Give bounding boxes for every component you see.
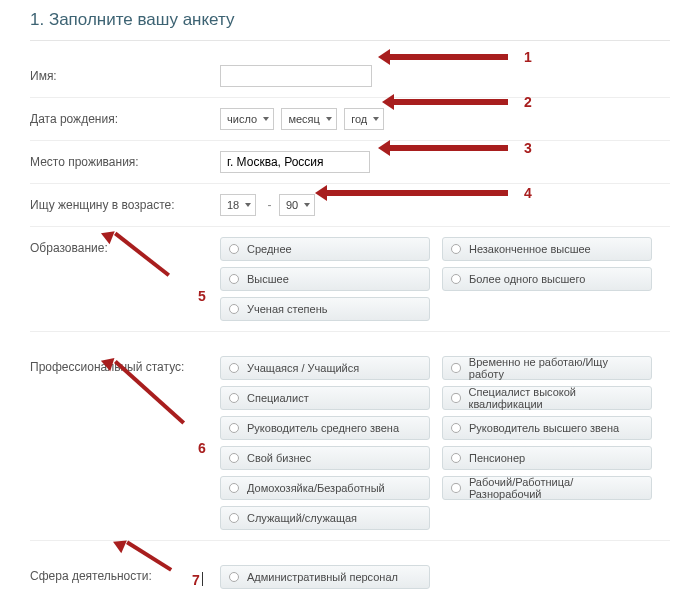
education-options: Среднее Незаконченное высшее Высшее Боле… xyxy=(220,237,670,321)
option-label: Свой бизнес xyxy=(247,452,311,464)
option-label: Специалист высокой квалификации xyxy=(469,386,643,410)
radio-option[interactable]: Административный персонал xyxy=(220,565,430,589)
prof-options: Учащаяся / Учащийся Временно не работаю/… xyxy=(220,356,670,530)
option-label: Руководитель среднего звена xyxy=(247,422,399,434)
row-prof: Профессиональный статус: Учащаяся / Учащ… xyxy=(30,346,670,541)
option-label: Высшее xyxy=(247,273,289,285)
birth-day-value: число xyxy=(227,113,257,125)
option-label: Незаконченное высшее xyxy=(469,243,591,255)
birth-year-value: год xyxy=(351,113,367,125)
radio-option[interactable]: Среднее xyxy=(220,237,430,261)
radio-icon xyxy=(229,572,239,582)
radio-option[interactable]: Рабочий/Работница/Разнорабочий xyxy=(442,476,652,500)
age-from-value: 18 xyxy=(227,199,239,211)
option-label: Административный персонал xyxy=(247,571,398,583)
radio-icon xyxy=(451,244,461,254)
radio-icon xyxy=(229,274,239,284)
chevron-down-icon xyxy=(326,117,332,121)
location-input[interactable] xyxy=(220,151,370,173)
row-name: Имя: xyxy=(30,55,670,98)
option-label: Специалист xyxy=(247,392,309,404)
range-dash: - xyxy=(268,198,272,212)
name-input[interactable] xyxy=(220,65,372,87)
radio-icon xyxy=(229,483,239,493)
radio-option[interactable]: Домохозяйка/Безработный xyxy=(220,476,430,500)
radio-icon xyxy=(229,244,239,254)
radio-option[interactable]: Специалист xyxy=(220,386,430,410)
radio-option[interactable]: Свой бизнес xyxy=(220,446,430,470)
row-location: Место проживания: xyxy=(30,141,670,184)
birth-month-value: месяц xyxy=(288,113,319,125)
option-label: Среднее xyxy=(247,243,292,255)
annotation-number: 7 xyxy=(192,572,200,588)
radio-icon xyxy=(451,393,461,403)
radio-icon xyxy=(451,453,461,463)
radio-option[interactable]: Временно не работаю/Ищу работу xyxy=(442,356,652,380)
radio-icon xyxy=(451,483,461,493)
chevron-down-icon xyxy=(245,203,251,207)
radio-option[interactable]: Служащий/служащая xyxy=(220,506,430,530)
label-location: Место проживания: xyxy=(30,151,220,169)
radio-icon xyxy=(229,513,239,523)
radio-option[interactable]: Незаконченное высшее xyxy=(442,237,652,261)
option-label: Руководитель высшего звена xyxy=(469,422,619,434)
option-label: Более одного высшего xyxy=(469,273,585,285)
row-sphere: Сфера деятельности: Административный пер… xyxy=(30,555,670,591)
radio-option[interactable]: Пенсионер xyxy=(442,446,652,470)
chevron-down-icon xyxy=(263,117,269,121)
chevron-down-icon xyxy=(304,203,310,207)
age-from-select[interactable]: 18 xyxy=(220,194,256,216)
radio-option[interactable]: Ученая степень xyxy=(220,297,430,321)
radio-option[interactable]: Специалист высокой квалификации xyxy=(442,386,652,410)
birth-year-select[interactable]: год xyxy=(344,108,384,130)
radio-icon xyxy=(229,393,239,403)
radio-icon xyxy=(229,423,239,433)
option-label: Домохозяйка/Безработный xyxy=(247,482,385,494)
label-birth: Дата рождения: xyxy=(30,108,220,126)
radio-icon xyxy=(229,453,239,463)
row-birth: Дата рождения: число месяц год xyxy=(30,98,670,141)
option-label: Рабочий/Работница/Разнорабочий xyxy=(469,476,643,500)
age-to-value: 90 xyxy=(286,199,298,211)
option-label: Пенсионер xyxy=(469,452,525,464)
radio-option[interactable]: Высшее xyxy=(220,267,430,291)
radio-icon xyxy=(229,304,239,314)
text-cursor xyxy=(202,572,203,586)
label-name: Имя: xyxy=(30,65,220,83)
label-seek: Ищу женщину в возрасте: xyxy=(30,194,220,212)
radio-icon xyxy=(451,274,461,284)
page-title: 1. Заполните вашу анкету xyxy=(30,8,670,41)
option-label: Ученая степень xyxy=(247,303,327,315)
birth-day-select[interactable]: число xyxy=(220,108,274,130)
radio-option[interactable]: Руководитель среднего звена xyxy=(220,416,430,440)
radio-option[interactable]: Более одного высшего xyxy=(442,267,652,291)
radio-icon xyxy=(451,363,461,373)
annotation-number: 6 xyxy=(198,440,206,456)
option-label: Временно не работаю/Ищу работу xyxy=(469,356,643,380)
row-seek: Ищу женщину в возрасте: 18 - 90 xyxy=(30,184,670,227)
radio-icon xyxy=(451,423,461,433)
radio-option[interactable]: Учащаяся / Учащийся xyxy=(220,356,430,380)
birth-month-select[interactable]: месяц xyxy=(281,108,336,130)
annotation-number: 5 xyxy=(198,288,206,304)
chevron-down-icon xyxy=(373,117,379,121)
age-to-select[interactable]: 90 xyxy=(279,194,315,216)
radio-option[interactable]: Руководитель высшего звена xyxy=(442,416,652,440)
option-label: Учащаяся / Учащийся xyxy=(247,362,359,374)
option-label: Служащий/служащая xyxy=(247,512,357,524)
radio-icon xyxy=(229,363,239,373)
sphere-options: Административный персонал Архитектура и … xyxy=(220,565,670,591)
